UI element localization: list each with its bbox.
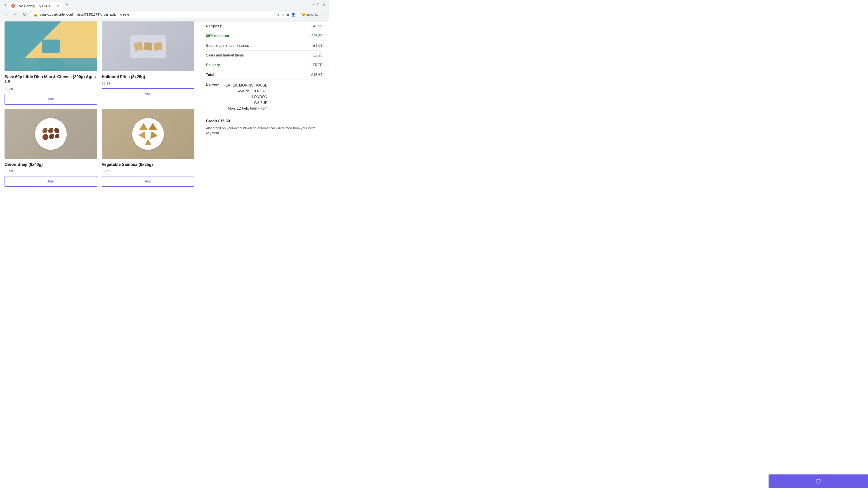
- bhaji-piece: [42, 134, 49, 140]
- product-title: Onion Bhaji (6x40g): [4, 162, 97, 167]
- credit-title: Credit £15.60: [206, 119, 322, 123]
- product-price: £3.99: [102, 81, 194, 85]
- tab-group-button[interactable]: ▼: [2, 1, 8, 8]
- minimize-button[interactable]: –: [312, 3, 315, 6]
- product-card: Vegetable Samosa (6x35g) £2.99 Add: [99, 109, 194, 188]
- recipes-row: Recipes (5) £43.99: [206, 22, 322, 31]
- delivery-cost-value: FREE: [313, 63, 322, 67]
- page-content: Save 60p Little Dish Mac & Cheese (200g)…: [0, 22, 329, 188]
- bhaji-piece: [55, 134, 59, 138]
- back-button[interactable]: ←: [3, 11, 10, 18]
- product-image-mac-cheese: [4, 22, 97, 71]
- incognito-icon: 😿: [302, 13, 305, 16]
- total-label: Total: [206, 73, 214, 77]
- bookmark-icon[interactable]: ☆: [282, 12, 285, 17]
- product-card: Onion Bhaji (6x40g) £2.99 Add: [4, 109, 99, 188]
- surcharges-label: Surcharges and/or savings: [206, 43, 249, 48]
- sides-value: £2.25: [313, 53, 322, 57]
- total-value: £18.84: [311, 73, 322, 77]
- add-button-onion-bhaji[interactable]: Add: [4, 176, 97, 187]
- tab-favicon: G: [11, 4, 15, 8]
- product-image-onion-bhaji: [4, 109, 97, 159]
- new-tab-button[interactable]: +: [64, 1, 70, 8]
- samosa-piece: [138, 129, 149, 139]
- samosa-piece-small: [145, 139, 151, 144]
- profile-icon[interactable]: 👤: [291, 12, 296, 17]
- samosa-piece: [149, 123, 157, 130]
- delivery-address-row: Delivery FLAT 10, MORRIS HOUSE SWAINSON …: [206, 83, 322, 111]
- product-price: £2.25: [4, 87, 97, 91]
- product-price: £2.99: [102, 169, 194, 173]
- bhaji-plate: [35, 118, 67, 150]
- delivery-address-section: Delivery FLAT 10, MORRIS HOUSE SWAINSON …: [206, 80, 322, 114]
- url-text: gousto.co.uk/order-confirmation/79851074…: [39, 13, 274, 16]
- delivery-date: Mon, 12 Feb, 8am - 7pm: [228, 106, 268, 110]
- bhaji-pieces: [39, 128, 62, 140]
- search-icon[interactable]: 🔍: [275, 12, 280, 17]
- product-image-samosa: [102, 109, 194, 159]
- window-controls: – ☐ ✕: [312, 3, 327, 6]
- bhaji-piece: [42, 128, 48, 133]
- surcharges-value: -£1.01: [312, 43, 322, 48]
- delivery-cost-label: Delivery: [206, 63, 220, 67]
- address-bar-row: ← → ↻ 🔒 gousto.co.uk/order-confirmation/…: [0, 9, 329, 20]
- incognito-badge: 😿 Incognito: [302, 13, 318, 16]
- product-title: Vegetable Samosa (6x35g): [102, 162, 194, 167]
- products-grid: Save 60p Little Dish Mac & Cheese (200g)…: [4, 22, 194, 188]
- samosa-piece: [148, 130, 158, 139]
- order-sidebar: Recipes (5) £43.99 60% discount -£26.39 …: [199, 22, 329, 188]
- address-bar[interactable]: 🔒 gousto.co.uk/order-confirmation/798510…: [30, 11, 299, 18]
- active-tab[interactable]: G Food Delivery | Try Our Recipe ✕: [8, 2, 63, 10]
- address-line3: LONDON: [252, 95, 267, 99]
- discount-value: -£26.39: [310, 34, 322, 38]
- browser-menu-area: 😿 Incognito ⋮: [302, 11, 327, 18]
- product-card: Save 60p Little Dish Mac & Cheese (200g)…: [4, 22, 99, 109]
- product-title: Save 60p Little Dish Mac & Cheese (200g)…: [4, 74, 97, 85]
- samosa-pieces: [137, 123, 159, 145]
- discount-label: 60% discount: [206, 34, 229, 38]
- bhaji-piece: [54, 128, 59, 133]
- add-button-vegetable-samosa[interactable]: Add: [102, 176, 194, 187]
- bhaji-piece: [49, 128, 53, 133]
- forward-button[interactable]: →: [12, 11, 19, 18]
- add-button-halloumi[interactable]: Add: [102, 88, 194, 99]
- reload-button[interactable]: ↻: [21, 11, 28, 18]
- maximize-button[interactable]: ☐: [317, 3, 320, 6]
- product-card: Halloumi Fries (8x25g) £3.99 Add: [99, 22, 194, 109]
- products-area: Save 60p Little Dish Mac & Cheese (200g)…: [0, 22, 199, 188]
- recipes-value: £43.99: [311, 24, 322, 28]
- samosa-plate: [132, 118, 164, 150]
- close-window-button[interactable]: ✕: [322, 3, 325, 6]
- recipes-label: Recipes (5): [206, 24, 224, 28]
- discount-row: 60% discount -£26.39: [206, 31, 322, 41]
- extensions-icon[interactable]: ◆: [287, 12, 289, 17]
- address-line1: FLAT 10, MORRIS HOUSE: [223, 84, 268, 87]
- add-button-mac-cheese[interactable]: Add: [4, 94, 97, 105]
- credit-description: Any credit on your account will be autom…: [206, 126, 322, 136]
- browser-chrome: ▼ G Food Delivery | Try Our Recipe ✕ + –…: [0, 0, 329, 22]
- samosa-piece: [140, 123, 148, 130]
- product-title: Halloumi Fries (8x25g): [102, 74, 194, 79]
- bhaji-piece: [49, 134, 54, 139]
- tab-close-button[interactable]: ✕: [56, 4, 60, 8]
- total-row: Total £18.84: [206, 70, 322, 80]
- address-line2: SWAINSON ROAD: [237, 89, 268, 93]
- tab-title: Food Delivery | Try Our Recipe: [17, 4, 54, 8]
- sides-row: Sides and market items £2.25: [206, 51, 322, 60]
- credit-section: Credit £15.60 Any credit on your account…: [206, 114, 322, 140]
- product-price: £2.99: [4, 169, 97, 173]
- more-options-button[interactable]: ⋮: [319, 11, 327, 18]
- delivery-cost-row: Delivery FREE: [206, 60, 322, 70]
- address-bar-icons: 🔍 ☆ ◆ 👤: [275, 12, 296, 17]
- sides-label: Sides and market items: [206, 53, 244, 57]
- tab-bar: ▼ G Food Delivery | Try Our Recipe ✕ + –…: [0, 0, 329, 9]
- lock-icon: 🔒: [33, 12, 38, 17]
- surcharges-row: Surcharges and/or savings -£1.01: [206, 41, 322, 51]
- delivery-address-text: FLAT 10, MORRIS HOUSE SWAINSON ROAD LOND…: [223, 83, 268, 111]
- address-line4: W3 7UP: [254, 101, 268, 105]
- delivery-address-label: Delivery: [206, 83, 219, 111]
- product-image-halloumi: [102, 22, 194, 71]
